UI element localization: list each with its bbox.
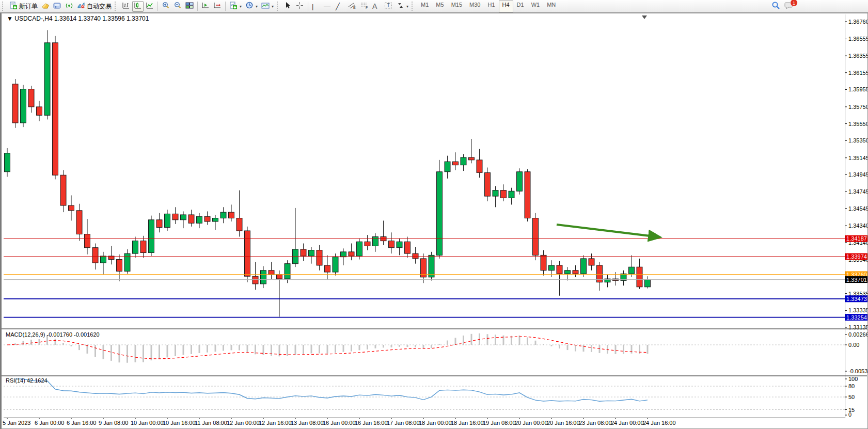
bear-candle xyxy=(325,265,330,272)
price-tick-label: 1.36555 xyxy=(848,36,867,42)
bear-candle xyxy=(60,175,66,205)
chart-shift-marker[interactable] xyxy=(642,15,647,19)
trendline-tool-button[interactable]: ╱ xyxy=(334,1,345,12)
dropdown-caret-icon: ▾ xyxy=(406,4,408,9)
bear-candle xyxy=(172,214,178,219)
toolbar-grip[interactable] xyxy=(277,2,280,11)
timeframe-button-m1[interactable]: M1 xyxy=(417,1,432,12)
chart-title: ▼ USDCAD-,H4 1.33614 1.33740 1.33596 1.3… xyxy=(7,15,149,22)
arrows-tool-button[interactable]: ▾ xyxy=(395,1,410,12)
charts-button[interactable] xyxy=(40,1,51,12)
rsi-line xyxy=(15,379,648,401)
time-axis-label: 20 Jan 00:00 xyxy=(515,420,548,426)
signals-button[interactable] xyxy=(64,1,75,12)
fibonacci-icon: F xyxy=(360,2,369,11)
bull-candle xyxy=(21,89,26,123)
time-axis-label: 19 Jan 08:00 xyxy=(483,420,516,426)
crosshair-icon xyxy=(296,2,304,11)
price-tick-label: 1.34745 xyxy=(848,188,867,195)
candlestick-chart-type-button[interactable] xyxy=(132,1,144,12)
indicators-button[interactable]: ▾ xyxy=(228,1,243,12)
bear-candle xyxy=(301,249,306,256)
horizontal-line-tool-button[interactable]: — xyxy=(322,1,334,12)
time-axis-label: 6 Jan 00:00 xyxy=(35,420,65,426)
bull-candle xyxy=(357,242,362,256)
bear-candle xyxy=(269,271,274,275)
timeframe-button-d1[interactable]: D1 xyxy=(513,1,528,12)
time-axis-label: 10 Jan 16:00 xyxy=(163,420,196,426)
vertical-line-tool-button[interactable]: | xyxy=(310,1,322,12)
crosshair-button[interactable] xyxy=(294,1,306,12)
chart-canvas[interactable]: 1.367601.365551.363551.361551.359551.357… xyxy=(2,13,867,428)
new-order-button[interactable]: 新订单 xyxy=(8,1,39,12)
toolbar-grip[interactable] xyxy=(115,2,118,11)
bull-candle xyxy=(181,215,186,220)
trend-arrow[interactable] xyxy=(557,225,658,237)
bear-candle xyxy=(245,231,250,276)
candlesticks xyxy=(5,30,651,316)
price-tick-label: 1.35550 xyxy=(848,121,867,127)
fibonacci-tool-button[interactable]: F xyxy=(358,1,370,12)
auto-trading-icon xyxy=(77,2,85,11)
timeframe-button-m15[interactable]: M15 xyxy=(448,1,466,12)
line-chart-type-button[interactable] xyxy=(144,1,155,12)
terminal-button[interactable] xyxy=(52,1,63,12)
toolbar-grip[interactable] xyxy=(2,2,6,11)
text-tool-button[interactable]: A xyxy=(371,1,382,12)
bull-candle xyxy=(309,250,314,256)
templates-button[interactable]: ▾ xyxy=(260,1,275,12)
search-icon[interactable] xyxy=(771,1,780,12)
price-tick-label: 1.34545 xyxy=(848,205,867,212)
timeframe-toolbar: M1M5M15M30H1H4D1W1MN xyxy=(417,1,559,12)
timeframe-button-h4[interactable]: H4 xyxy=(499,1,513,12)
bar-chart-icon xyxy=(122,2,130,11)
mt4-application-window: 新订单 自动交易 xyxy=(0,0,868,429)
bull-candle xyxy=(461,157,466,165)
bear-candle xyxy=(277,275,282,279)
periods-button[interactable]: ▾ xyxy=(244,1,259,12)
bear-candle xyxy=(12,84,18,123)
bull-candle xyxy=(149,220,154,253)
rsi-axis-label: 0 xyxy=(848,411,851,418)
bull-candle xyxy=(429,255,434,277)
chart-shift-button[interactable] xyxy=(212,1,223,12)
auto-scroll-button[interactable] xyxy=(200,1,211,12)
bull-candle xyxy=(5,153,10,172)
auto-trading-button[interactable]: 自动交易 xyxy=(75,1,113,12)
bar-chart-type-button[interactable] xyxy=(120,1,132,12)
bull-candle xyxy=(285,264,290,279)
cursor-button[interactable] xyxy=(282,1,294,12)
text-label-tool-button[interactable]: T xyxy=(383,1,394,12)
timeframe-button-m5[interactable]: M5 xyxy=(432,1,447,12)
bull-candle xyxy=(397,242,402,247)
zoom-out-button[interactable] xyxy=(172,1,183,12)
bear-candle xyxy=(204,216,210,221)
gold-chart-icon xyxy=(41,2,50,11)
bear-candle xyxy=(573,271,578,274)
bull-candle xyxy=(261,271,266,284)
toolbar-grip[interactable] xyxy=(412,2,415,11)
notifications-button[interactable]: 1 xyxy=(784,1,794,12)
bear-candle xyxy=(389,241,394,248)
channel-tool-button[interactable]: E xyxy=(346,1,358,12)
time-axis-label: 20 Jan 16:00 xyxy=(547,420,580,426)
tile-windows-button[interactable] xyxy=(184,1,195,12)
timeframe-button-mn[interactable]: MN xyxy=(543,1,559,12)
macd-histogram xyxy=(7,333,648,363)
bull-candle xyxy=(493,190,498,196)
tile-windows-icon xyxy=(185,2,194,11)
auto-scroll-icon xyxy=(201,2,210,11)
bull-candle xyxy=(445,162,450,172)
bull-candle xyxy=(565,271,571,274)
zoom-in-button[interactable] xyxy=(160,1,171,12)
bull-candle xyxy=(124,253,130,271)
chart-window-usdcad-h4[interactable]: 1.367601.365551.363551.361551.359551.357… xyxy=(0,13,868,429)
bear-candle xyxy=(117,260,122,272)
bear-candle xyxy=(53,43,58,175)
timeframe-button-w1[interactable]: W1 xyxy=(528,1,544,12)
rsi-label: RSI(14) 42.1624 xyxy=(6,377,48,384)
timeframe-button-h1[interactable]: H1 xyxy=(484,1,498,12)
timeframe-button-m30[interactable]: M30 xyxy=(466,1,484,12)
svg-text:T: T xyxy=(387,3,390,8)
vertical-line-icon: | xyxy=(312,3,313,10)
